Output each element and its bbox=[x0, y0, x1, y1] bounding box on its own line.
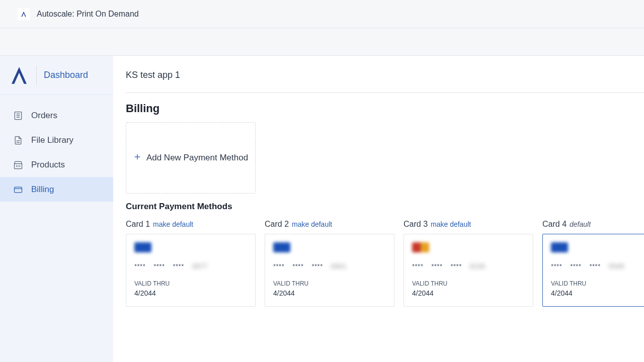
payment-card[interactable]: **** **** **** 0841 VALID THRU 4/2044 bbox=[265, 234, 394, 307]
card-brand-icon bbox=[412, 242, 429, 252]
sidebar-item-label: File Library bbox=[31, 135, 73, 145]
sidebar-divider bbox=[36, 66, 37, 85]
payment-card[interactable]: **** **** **** 5548 VALID THRU 4/2044 bbox=[542, 234, 644, 307]
add-payment-label: Add New Payment Method bbox=[146, 153, 248, 163]
sidebar-dashboard-link[interactable]: Dashboard bbox=[44, 70, 88, 80]
payment-card[interactable]: **** **** **** 4977 VALID THRU 4/2044 bbox=[126, 234, 256, 307]
payment-card-column: Card 1 make default **** **** **** 4977 … bbox=[126, 220, 256, 307]
card-name: Card 1 bbox=[126, 220, 150, 229]
billing-icon bbox=[13, 185, 23, 195]
section-title-billing: Billing bbox=[126, 102, 644, 115]
card-number: **** **** **** 4977 bbox=[134, 262, 247, 270]
sidebar-menu: Orders File Library bbox=[0, 95, 113, 202]
page-title: KS test app 1 bbox=[126, 70, 644, 93]
payment-card-column: Card 3 make default **** **** **** 6230 … bbox=[404, 220, 533, 307]
file-icon bbox=[13, 135, 23, 145]
card-brand-icon bbox=[273, 242, 290, 252]
make-default-link[interactable]: make default bbox=[292, 220, 332, 228]
default-badge: default bbox=[570, 220, 591, 228]
sidebar: Dashboard Orders bbox=[0, 56, 113, 362]
payment-card[interactable]: **** **** **** 6230 VALID THRU 4/2044 bbox=[404, 234, 533, 307]
make-default-link[interactable]: make default bbox=[431, 220, 471, 228]
cards-row: Card 1 make default **** **** **** 4977 … bbox=[126, 220, 644, 307]
valid-thru-date: 4/2044 bbox=[134, 289, 247, 297]
sidebar-item-orders[interactable]: Orders bbox=[0, 103, 113, 128]
topbar-title: Autoscale: Print On Demand bbox=[37, 10, 139, 19]
valid-thru-label: VALID THRU bbox=[412, 280, 525, 287]
products-icon bbox=[13, 160, 23, 170]
content: KS test app 1 Billing Add New Payment Me… bbox=[113, 56, 644, 362]
sidebar-item-label: Billing bbox=[31, 185, 54, 195]
subheader bbox=[0, 28, 644, 56]
orders-icon bbox=[13, 111, 23, 121]
current-methods-title: Current Payment Methods bbox=[126, 202, 644, 212]
app-logo bbox=[9, 63, 29, 87]
valid-thru-label: VALID THRU bbox=[551, 280, 640, 287]
card-name: Card 4 bbox=[542, 220, 567, 229]
sidebar-item-label: Products bbox=[31, 160, 65, 170]
add-payment-method-button[interactable]: Add New Payment Method bbox=[126, 122, 256, 194]
valid-thru-date: 4/2044 bbox=[412, 289, 525, 297]
topbar: Autoscale: Print On Demand bbox=[0, 0, 644, 28]
sidebar-item-label: Orders bbox=[31, 111, 57, 121]
card-number: **** **** **** 0841 bbox=[273, 262, 386, 270]
sidebar-header: Dashboard bbox=[0, 56, 113, 95]
card-brand-icon bbox=[134, 242, 151, 252]
payment-card-column: Card 2 make default **** **** **** 0841 … bbox=[265, 220, 394, 307]
valid-thru-label: VALID THRU bbox=[273, 280, 386, 287]
card-number: **** **** **** 6230 bbox=[412, 262, 525, 270]
make-default-link[interactable]: make default bbox=[153, 220, 193, 228]
valid-thru-date: 4/2044 bbox=[551, 289, 640, 297]
sidebar-item-billing[interactable]: Billing bbox=[0, 177, 113, 202]
sidebar-item-products[interactable]: Products bbox=[0, 152, 113, 177]
valid-thru-label: VALID THRU bbox=[134, 280, 247, 287]
card-name: Card 3 bbox=[404, 220, 428, 229]
payment-card-column: Card 4 default **** **** **** 5548 VALID… bbox=[542, 220, 644, 307]
card-number: **** **** **** 5548 bbox=[551, 262, 640, 270]
card-brand-icon bbox=[551, 242, 568, 252]
app-logo-small bbox=[18, 8, 30, 20]
svg-rect-10 bbox=[15, 187, 22, 193]
card-name: Card 2 bbox=[265, 220, 289, 229]
valid-thru-date: 4/2044 bbox=[273, 289, 386, 297]
plus-icon bbox=[133, 153, 141, 163]
sidebar-item-file-library[interactable]: File Library bbox=[0, 128, 113, 152]
